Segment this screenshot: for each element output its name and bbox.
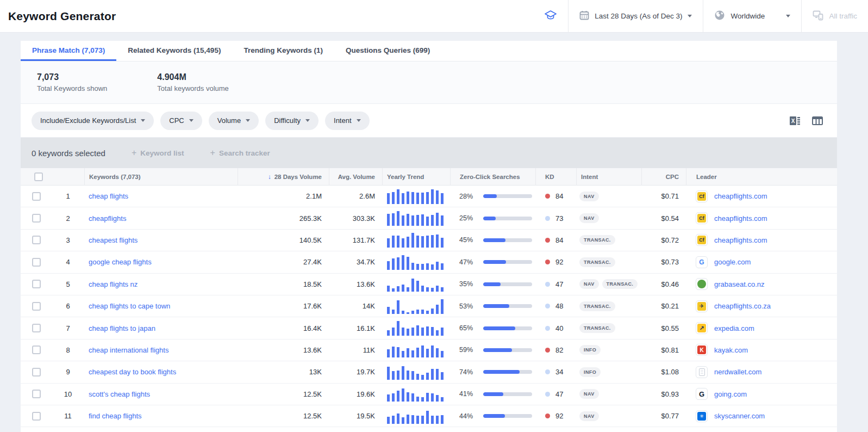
leader-column-header[interactable]: Leader bbox=[686, 168, 837, 186]
trend-bar bbox=[411, 371, 414, 380]
row-checkbox[interactable] bbox=[32, 412, 41, 421]
keyword-link[interactable]: find cheap flights bbox=[89, 412, 142, 420]
trend-bar bbox=[387, 394, 390, 402]
row-checkbox[interactable] bbox=[32, 302, 41, 311]
keyword-link[interactable]: cheapflights bbox=[89, 214, 126, 223]
row-checkbox[interactable] bbox=[32, 368, 41, 377]
sort-desc-icon: ↓ bbox=[268, 173, 271, 181]
excel-export-icon[interactable]: X bbox=[789, 115, 801, 126]
traffic-type-selector[interactable]: All traffic bbox=[802, 0, 868, 33]
keyword-link[interactable]: cheap flights to cape town bbox=[89, 302, 170, 310]
yearly-trend-column-header[interactable]: Yearly Trend bbox=[382, 168, 450, 186]
zero-click-bar bbox=[483, 282, 532, 286]
date-range-selector[interactable]: Last 28 Days (As of Dec 3) bbox=[569, 0, 703, 33]
keywords-column-header[interactable]: Keywords (7,073) bbox=[84, 168, 238, 186]
leader-domain-link[interactable]: google.com bbox=[714, 258, 751, 266]
select-all-checkbox[interactable] bbox=[34, 172, 43, 181]
tab-trending-keywords[interactable]: Trending Keywords (1) bbox=[232, 41, 334, 61]
zero-click-percent: 53% bbox=[459, 303, 478, 310]
leader-cell: ✈cheapflights.co.za bbox=[686, 300, 837, 312]
kd-cell: 48 bbox=[535, 302, 576, 310]
filter-volume[interactable]: Volume bbox=[209, 112, 259, 130]
trend-bar bbox=[411, 233, 414, 248]
row-checkbox[interactable] bbox=[32, 236, 41, 244]
filter-cpc[interactable]: CPC bbox=[160, 112, 202, 130]
leader-domain-link[interactable]: skyscanner.com bbox=[714, 412, 765, 420]
favicon-glyph bbox=[697, 280, 706, 288]
trend-bar bbox=[387, 238, 390, 248]
row-checkbox[interactable] bbox=[32, 192, 41, 201]
leader-domain-link[interactable]: cheapflights.com bbox=[714, 192, 767, 200]
leader-domain-link[interactable]: cheapflights.com bbox=[714, 214, 767, 223]
leader-domain-link[interactable]: cheapflights.co.za bbox=[714, 302, 771, 310]
trend-bar bbox=[416, 236, 419, 248]
volume-28d-column-header[interactable]: ↓28 Days Volume bbox=[238, 168, 329, 186]
row-checkbox[interactable] bbox=[32, 390, 41, 398]
avg-volume-value: 303.3K bbox=[329, 214, 382, 223]
cpc-value: $0.46 bbox=[641, 280, 686, 288]
leader-domain-link[interactable]: going.com bbox=[714, 390, 747, 398]
avg-volume-column-header[interactable]: Avg. Volume bbox=[329, 168, 382, 186]
keyword-link[interactable]: google cheap flights bbox=[89, 258, 152, 266]
cpc-value: $0.55 bbox=[641, 324, 686, 332]
volume-28d-value: 2.1M bbox=[238, 192, 329, 200]
row-checkbox[interactable] bbox=[32, 214, 41, 223]
zero-click-percent: 28% bbox=[459, 193, 478, 200]
leader-domain-link[interactable]: cheapflights.com bbox=[714, 236, 767, 244]
kd-cell: 84 bbox=[535, 236, 576, 244]
keyword-link[interactable]: cheap international flights bbox=[89, 346, 168, 354]
keyword-link[interactable]: cheap flights nz bbox=[89, 280, 138, 288]
leader-domain-link[interactable]: expedia.com bbox=[714, 324, 754, 332]
zero-click-percent: 65% bbox=[459, 324, 478, 332]
trend-bar bbox=[421, 214, 424, 226]
filter-intent[interactable]: Intent bbox=[325, 112, 370, 130]
trend-bar bbox=[392, 393, 395, 402]
keyword-link[interactable]: cheap flights to japan bbox=[89, 324, 155, 332]
leader-domain-link[interactable]: nerdwallet.com bbox=[714, 368, 761, 376]
zero-click-bar-fill bbox=[483, 282, 501, 286]
volume-28d-value: 16.4K bbox=[238, 324, 329, 332]
row-rank: 4 bbox=[52, 258, 84, 266]
keyword-link[interactable]: cheapest day to book flights bbox=[89, 368, 176, 376]
intent-cell: NAV bbox=[576, 389, 641, 399]
trend-bar bbox=[392, 236, 395, 248]
trend-bar bbox=[407, 287, 409, 292]
trend-bar bbox=[411, 263, 414, 270]
leader-domain-link[interactable]: kayak.com bbox=[714, 346, 748, 354]
trend-bar bbox=[407, 192, 409, 204]
tab-questions-queries[interactable]: Questions Queries (699) bbox=[334, 41, 441, 61]
tab-related-keywords[interactable]: Related Keywords (15,495) bbox=[116, 41, 232, 61]
add-keyword-list-button[interactable]: + Keyword list bbox=[132, 148, 184, 158]
zero-click-column-header[interactable]: Zero-Click Searches bbox=[450, 168, 535, 186]
filter-include-exclude[interactable]: Include/Exclude Keywords/List bbox=[32, 112, 154, 130]
tab-phrase-match[interactable]: Phrase Match (7,073) bbox=[21, 41, 116, 61]
avg-volume-value: 19.5K bbox=[329, 412, 382, 420]
row-checkbox-cell bbox=[21, 302, 52, 311]
kd-difficulty-dot bbox=[545, 392, 550, 397]
keyword-link[interactable]: cheap flights bbox=[89, 192, 128, 200]
row-checkbox[interactable] bbox=[32, 345, 41, 354]
row-checkbox[interactable] bbox=[32, 280, 41, 288]
region-selector[interactable]: Worldwide bbox=[703, 0, 801, 33]
row-checkbox[interactable] bbox=[32, 324, 41, 332]
page-title: Keyword Generator bbox=[0, 10, 116, 23]
row-checkbox[interactable] bbox=[32, 258, 41, 267]
cpc-column-header[interactable]: CPC bbox=[641, 168, 686, 186]
intent-column-header[interactable]: Intent bbox=[576, 168, 641, 186]
add-search-tracker-button[interactable]: + Search tracker bbox=[210, 148, 270, 158]
row-rank: 3 bbox=[52, 236, 84, 244]
row-checkbox-cell bbox=[21, 280, 52, 288]
manage-columns-icon[interactable] bbox=[812, 116, 823, 126]
zero-click-bar-fill bbox=[483, 348, 512, 352]
total-volume-value: 4.904M bbox=[157, 72, 229, 82]
row-rank: 11 bbox=[52, 412, 84, 420]
trend-bar bbox=[431, 416, 434, 424]
keyword-link[interactable]: cheapest flights bbox=[89, 236, 138, 244]
filter-difficulty[interactable]: Difficulty bbox=[265, 112, 319, 130]
trend-bar bbox=[436, 305, 439, 314]
keyword-link[interactable]: scott's cheap flights bbox=[89, 390, 150, 398]
learning-center-button[interactable] bbox=[533, 0, 568, 33]
kd-column-header[interactable]: KD bbox=[535, 168, 576, 186]
leader-domain-link[interactable]: grabaseat.co.nz bbox=[714, 280, 765, 288]
trend-bar bbox=[426, 349, 429, 357]
